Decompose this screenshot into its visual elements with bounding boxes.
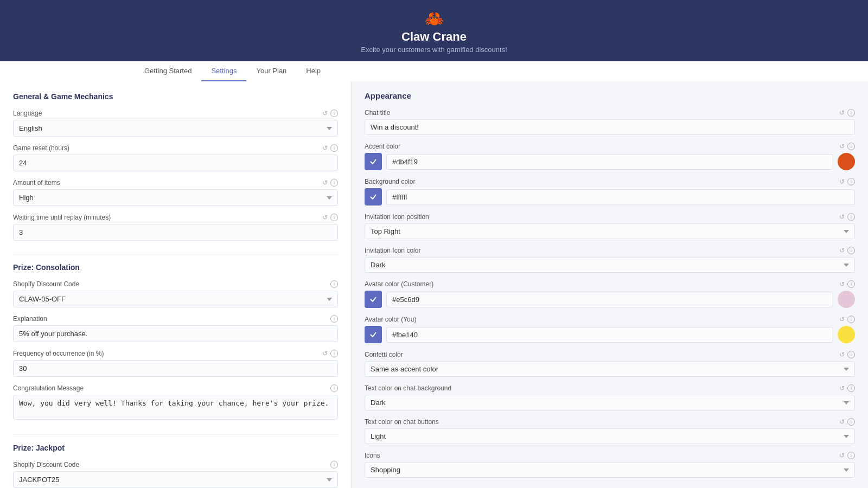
tab-your-plan[interactable]: Your Plan [246, 61, 296, 81]
consolation-explanation-info-icon[interactable]: i [330, 315, 338, 323]
consolation-discount-select[interactable]: CLAW-05-OFF [13, 291, 338, 307]
confetti-color-info-icon[interactable]: i [847, 351, 855, 358]
avatar-you-info-icon[interactable]: i [847, 316, 855, 323]
game-reset-field-group: Game reset (hours) ↺ i [13, 144, 338, 171]
background-color-reset-icon[interactable]: ↺ [839, 178, 845, 185]
consolation-frequency-reset-icon[interactable]: ↺ [322, 350, 328, 357]
consolation-explanation-label: Explanation [13, 315, 47, 323]
chat-title-reset-icon[interactable]: ↺ [839, 109, 845, 117]
app-logo: 🦀 [0, 10, 868, 28]
avatar-you-check-btn[interactable] [365, 326, 382, 343]
consolation-discount-info-icon[interactable]: i [330, 280, 338, 288]
avatar-you-swatch[interactable] [838, 326, 855, 343]
game-reset-info-icon[interactable]: i [330, 144, 338, 152]
accent-color-input[interactable] [386, 154, 833, 170]
consolation-frequency-input[interactable] [13, 360, 338, 377]
consolation-discount-label: Shopify Discount Code [13, 280, 79, 288]
consolation-explanation-input[interactable] [13, 325, 338, 342]
jackpot-discount-label: Shopify Discount Code [13, 461, 79, 468]
tab-getting-started[interactable]: Getting Started [135, 61, 201, 81]
language-label: Language [13, 110, 42, 117]
confetti-color-reset-icon[interactable]: ↺ [839, 351, 845, 358]
jackpot-discount-field-group: Shopify Discount Code i JACKPOT25 [13, 461, 338, 488]
background-color-info-icon[interactable]: i [847, 178, 855, 185]
avatar-you-input[interactable] [386, 327, 833, 343]
chat-title-info-icon[interactable]: i [847, 109, 855, 117]
avatar-customer-reset-icon[interactable]: ↺ [839, 280, 845, 288]
consolation-frequency-field-group: Frequency of occurrence (in %) ↺ i [13, 350, 338, 377]
invitation-icon-color-select[interactable]: Dark Light [365, 257, 855, 273]
jackpot-discount-select[interactable]: JACKPOT25 [13, 471, 338, 488]
language-field-group: Language ↺ i English [13, 110, 338, 137]
confetti-color-label: Confetti color [365, 351, 403, 358]
nav-bar: Getting Started Settings Your Plan Help [0, 61, 868, 81]
background-color-input[interactable] [386, 189, 855, 205]
amount-items-select[interactable]: Low Medium High [13, 189, 338, 206]
waiting-time-input[interactable] [13, 224, 338, 241]
language-reset-icon[interactable]: ↺ [322, 110, 328, 117]
appearance-title: Appearance [365, 91, 855, 100]
text-chat-bg-reset-icon[interactable]: ↺ [839, 384, 845, 392]
background-color-check-btn[interactable] [365, 188, 382, 206]
app-title: Claw Crane [0, 30, 868, 44]
invitation-icon-position-field: Invitation Icon position ↺ i Top Right T… [365, 213, 855, 239]
consolation-frequency-label: Frequency of occurrence (in %) [13, 350, 104, 357]
text-chat-bg-select[interactable]: Dark Light [365, 395, 855, 410]
consolation-congrats-textarea[interactable]: Wow, you did very well! Thanks for takin… [13, 395, 338, 420]
waiting-time-reset-icon[interactable]: ↺ [322, 214, 328, 221]
avatar-customer-label: Avatar color (Customer) [365, 280, 433, 288]
confetti-color-field: Confetti color ↺ i Same as accent color [365, 351, 855, 377]
waiting-time-info-icon[interactable]: i [330, 214, 338, 221]
consolation-congrats-field-group: Congratulation Message i Wow, you did ve… [13, 384, 338, 421]
invitation-icon-color-info-icon[interactable]: i [847, 247, 855, 254]
amount-items-reset-icon[interactable]: ↺ [322, 179, 328, 187]
text-chat-buttons-reset-icon[interactable]: ↺ [839, 418, 845, 426]
consolation-discount-field-group: Shopify Discount Code i CLAW-05-OFF [13, 280, 338, 307]
text-chat-buttons-info-icon[interactable]: i [847, 418, 855, 426]
text-chat-buttons-select[interactable]: Dark Light [365, 428, 855, 444]
waiting-time-field-group: Waiting time until replay (minutes) ↺ i [13, 214, 338, 241]
invitation-icon-color-reset-icon[interactable]: ↺ [839, 247, 845, 254]
avatar-customer-info-icon[interactable]: i [847, 280, 855, 288]
right-panel: Appearance Chat title ↺ i Accent color ↺… [352, 81, 868, 488]
icons-select[interactable]: Shopping Fashion Food [365, 462, 855, 478]
text-chat-buttons-label: Text color on chat buttons [365, 418, 439, 426]
invitation-icon-position-reset-icon[interactable]: ↺ [839, 213, 845, 221]
avatar-customer-input[interactable] [386, 292, 833, 307]
language-select[interactable]: English [13, 120, 338, 137]
consolation-frequency-info-icon[interactable]: i [330, 350, 338, 357]
accent-color-label: Accent color [365, 143, 400, 150]
chat-title-input[interactable] [365, 119, 855, 135]
prize-jackpot-section: Prize: Jackpot Shopify Discount Code i J… [13, 434, 338, 488]
accent-color-reset-icon[interactable]: ↺ [839, 143, 845, 150]
confetti-color-select[interactable]: Same as accent color [365, 361, 855, 377]
game-reset-icon[interactable]: ↺ [322, 144, 328, 152]
accent-color-info-icon[interactable]: i [847, 143, 855, 150]
app-header: 🦀 Claw Crane Excite your customers with … [0, 0, 868, 61]
icons-info-icon[interactable]: i [847, 452, 855, 459]
text-chat-bg-info-icon[interactable]: i [847, 384, 855, 392]
invitation-icon-position-label: Invitation Icon position [365, 213, 429, 221]
icons-reset-icon[interactable]: ↺ [839, 452, 845, 459]
avatar-you-reset-icon[interactable]: ↺ [839, 316, 845, 323]
invitation-icon-position-info-icon[interactable]: i [847, 213, 855, 221]
invitation-icon-position-select[interactable]: Top Right Top Left Bottom Right Bottom L… [365, 223, 855, 239]
accent-color-check-btn[interactable] [365, 153, 382, 170]
amount-items-info-icon[interactable]: i [330, 179, 338, 187]
accent-color-swatch[interactable] [838, 153, 855, 170]
language-info-icon[interactable]: i [330, 110, 338, 117]
avatar-you-label: Avatar color (You) [365, 316, 416, 323]
consolation-congrats-info-icon[interactable]: i [330, 384, 338, 392]
avatar-customer-check-btn[interactable] [365, 291, 382, 308]
prize-consolation-title: Prize: Consolation [13, 263, 338, 272]
jackpot-discount-info-icon[interactable]: i [330, 461, 338, 468]
app-subtitle: Excite your customers with gamified disc… [0, 46, 868, 61]
tab-help[interactable]: Help [296, 61, 330, 81]
chat-title-field: Chat title ↺ i [365, 109, 855, 135]
tab-settings[interactable]: Settings [201, 61, 246, 81]
game-reset-input[interactable] [13, 155, 338, 171]
main-layout: General & Game Mechanics Language ↺ i En… [0, 81, 868, 488]
consolation-explanation-field-group: Explanation i [13, 315, 338, 342]
avatar-customer-swatch[interactable] [838, 291, 855, 308]
icons-label: Icons [365, 452, 380, 459]
